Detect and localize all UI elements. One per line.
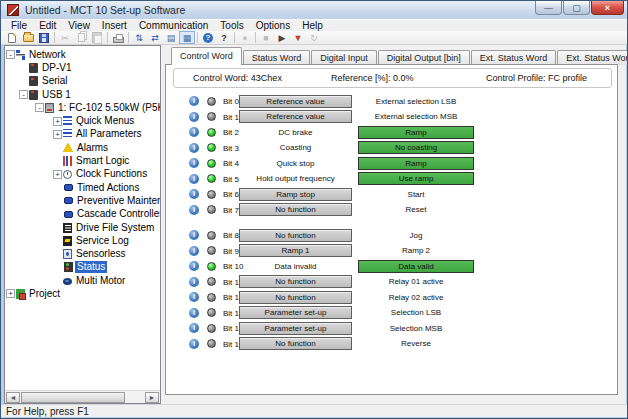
info-icon[interactable]: i: [189, 230, 199, 240]
info-icon[interactable]: i: [189, 277, 199, 287]
tree-item-project[interactable]: +Project: [5, 287, 160, 300]
tree-item-drive-file-system[interactable]: Drive File System: [5, 221, 160, 234]
tree-item-dp-v1[interactable]: DP-V1: [5, 61, 160, 74]
bit-zero-button[interactable]: No function: [239, 229, 352, 242]
tree-item-preventive-maintenance[interactable]: Preventive Maintenance: [5, 194, 160, 207]
menu-item-view[interactable]: View: [62, 20, 96, 32]
info-icon[interactable]: i: [189, 308, 199, 318]
context-help-icon[interactable]: ?: [216, 31, 232, 44]
write-to-drive-icon[interactable]: ▼: [290, 31, 306, 44]
minimize-button[interactable]: —: [535, 1, 562, 15]
read-from-drive-icon[interactable]: ↻: [306, 31, 322, 44]
bit-zero-button[interactable]: No function: [239, 291, 352, 304]
tree-item-timed-actions[interactable]: Timed Actions: [5, 181, 160, 194]
tree-item-serial[interactable]: Serial: [5, 75, 160, 88]
tree-item-usb-1[interactable]: -USB 1: [5, 88, 160, 101]
close-button[interactable]: ×: [591, 1, 624, 15]
bit-one-button[interactable]: Data valid: [358, 260, 474, 273]
bit-one-button[interactable]: Ramp: [358, 126, 474, 139]
scrollbar-thumb[interactable]: [21, 392, 125, 403]
title-bar[interactable]: Untitled - MCT 10 Set-up Software —▢×: [1, 1, 627, 19]
tree-item-clock-functions[interactable]: +Clock Functions: [5, 168, 160, 181]
bit-zero-button[interactable]: Parameter set-up: [239, 306, 352, 319]
collapse-icon[interactable]: -: [6, 50, 15, 59]
bit-zero-button[interactable]: Ramp 1: [239, 244, 352, 257]
cut-icon[interactable]: ✂: [57, 31, 73, 44]
bit-zero-button[interactable]: Ramp stop: [239, 188, 352, 201]
tab-control-word[interactable]: Control Word: [171, 47, 242, 65]
collapse-icon[interactable]: -: [35, 103, 44, 112]
new-file-icon[interactable]: [4, 31, 20, 44]
tree-item-1-fc-102-5-50kw-p5k5-380v[interactable]: -1: FC-102 5.50kW (P5K5) 380V-: [5, 101, 160, 114]
menu-item-edit[interactable]: Edit: [33, 20, 62, 32]
info-icon[interactable]: i: [189, 261, 199, 271]
stop-icon[interactable]: ■: [258, 31, 274, 44]
info-icon[interactable]: i: [189, 158, 199, 168]
info-icon[interactable]: i: [189, 323, 199, 333]
grid-view-icon[interactable]: ▤: [163, 31, 179, 44]
sort-icon[interactable]: ⇅: [131, 31, 147, 44]
bit-zero-button[interactable]: No function: [239, 203, 352, 216]
network-tree-panel: -NetworkDP-V1Serial-USB 1-1: FC-102 5.50…: [4, 45, 161, 404]
expand-icon[interactable]: +: [53, 117, 62, 126]
record-icon[interactable]: ●: [237, 31, 253, 44]
tree-item-smart-logic[interactable]: Smart Logic: [5, 154, 160, 167]
bit-zero-button[interactable]: No function: [239, 337, 352, 350]
dot-icon: [64, 211, 73, 218]
info-icon[interactable]: i: [189, 112, 199, 122]
tree-item-all-parameters[interactable]: +All Parameters: [5, 128, 160, 141]
bit-zero-button[interactable]: Parameter set-up: [239, 322, 352, 335]
help-icon[interactable]: ?: [200, 31, 216, 44]
table-view-icon[interactable]: ▦: [179, 31, 195, 44]
tab-digital-output-bin[interactable]: Digital Output [bin]: [378, 50, 470, 65]
tree-item-service-log[interactable]: Service Log: [5, 234, 160, 247]
info-icon[interactable]: i: [189, 127, 199, 137]
expand-icon[interactable]: +: [53, 170, 62, 179]
paste-icon[interactable]: [89, 31, 105, 44]
tab-status-word[interactable]: Status Word: [243, 50, 310, 65]
bit-zero-button[interactable]: Reference value: [239, 110, 352, 123]
tab-ext-status-word[interactable]: Ext. Status Word: [471, 50, 556, 65]
tree-item-network[interactable]: -Network: [5, 48, 160, 61]
tree-item-status[interactable]: Status: [5, 261, 160, 274]
info-icon[interactable]: i: [189, 246, 199, 256]
menu-item-communication[interactable]: Communication: [133, 20, 214, 32]
tree-item-alarms[interactable]: Alarms: [5, 141, 160, 154]
expand-icon[interactable]: +: [6, 289, 15, 298]
filter-icon[interactable]: ⇄: [147, 31, 163, 44]
tree-item-multi-motor[interactable]: Multi Motor: [5, 274, 160, 287]
scroll-left-arrow-icon[interactable]: ◄: [6, 392, 20, 403]
info-icon[interactable]: i: [189, 292, 199, 302]
tab-digital-input[interactable]: Digital Input: [311, 50, 377, 65]
bit-one-button[interactable]: Ramp: [358, 157, 474, 170]
info-icon[interactable]: i: [189, 205, 199, 215]
tree-item-sensorless[interactable]: Sensorless: [5, 247, 160, 260]
bit-zero-button[interactable]: No function: [239, 275, 352, 288]
open-file-icon[interactable]: [20, 31, 36, 44]
play-icon[interactable]: ▶: [274, 31, 290, 44]
info-icon[interactable]: i: [189, 339, 199, 349]
tree-item-cascade-controller[interactable]: Cascade Controller: [5, 208, 160, 221]
menu-item-options[interactable]: Options: [250, 20, 296, 32]
save-file-icon[interactable]: [36, 31, 52, 44]
tree-horizontal-scrollbar[interactable]: ◄ ►: [5, 390, 160, 403]
info-icon[interactable]: i: [189, 96, 199, 106]
menu-item-insert[interactable]: Insert: [96, 20, 133, 32]
info-icon[interactable]: i: [189, 189, 199, 199]
menu-item-tools[interactable]: Tools: [214, 20, 249, 32]
collapse-icon[interactable]: -: [19, 90, 28, 99]
scroll-right-arrow-icon[interactable]: ►: [145, 392, 159, 403]
bit-one-button[interactable]: No coasting: [358, 141, 474, 154]
menu-item-help[interactable]: Help: [296, 20, 329, 32]
menu-item-file[interactable]: File: [5, 20, 33, 32]
info-icon[interactable]: i: [189, 143, 199, 153]
tab-ext-status-word-2[interactable]: Ext. Status Word 2: [557, 50, 628, 65]
bit-zero-button[interactable]: Reference value: [239, 95, 352, 108]
info-icon[interactable]: i: [189, 174, 199, 184]
copy-icon[interactable]: [73, 31, 89, 44]
tree-item-quick-menus[interactable]: +Quick Menus: [5, 114, 160, 127]
bit-one-button[interactable]: Use ramp: [358, 172, 474, 185]
expand-icon[interactable]: +: [53, 130, 62, 139]
maximize-button[interactable]: ▢: [563, 1, 590, 15]
print-icon[interactable]: [110, 31, 126, 44]
